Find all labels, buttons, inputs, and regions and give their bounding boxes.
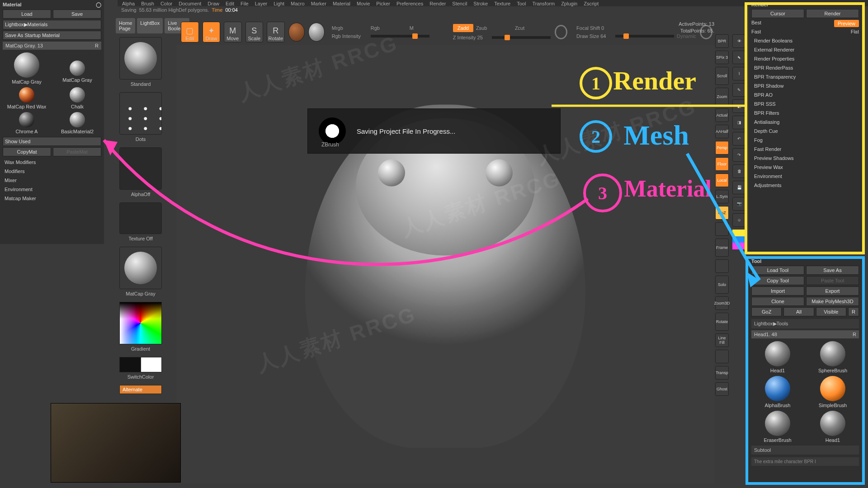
menu-item[interactable]: Transform	[532, 1, 555, 5]
export-button[interactable]: Export	[806, 286, 859, 296]
goz-button-2[interactable]: GoZ	[751, 307, 782, 316]
zoom3d-button[interactable]: Zoom3D	[715, 296, 729, 310]
render-section[interactable]: BPR Transparency	[751, 72, 859, 81]
goz-button[interactable]: GoZ	[715, 206, 729, 220]
visible-button[interactable]: Visible	[816, 307, 846, 316]
copy-tool-button[interactable]: Copy Tool	[751, 276, 804, 285]
aahalf-button[interactable]: AAHalf	[715, 125, 729, 138]
close-icon[interactable]: ◯	[96, 2, 101, 8]
menu-item[interactable]: Edit	[226, 1, 234, 5]
zsub-toggle[interactable]: Zsub	[476, 25, 512, 31]
material-section[interactable]: Wax Modifiers	[3, 158, 101, 167]
render-section[interactable]: Fast Render	[751, 145, 859, 154]
menu-item[interactable]: Render	[429, 1, 446, 5]
trash-icon[interactable]: 🗑	[732, 164, 746, 178]
color-swatches[interactable]	[119, 357, 162, 372]
home-page-tab[interactable]: Home Page	[116, 18, 135, 33]
r-button[interactable]: R	[848, 307, 859, 316]
edit-mode-button[interactable]: ▢Edit	[181, 22, 199, 42]
menu-item[interactable]: Light	[274, 1, 284, 5]
rgb-toggle[interactable]: Rgb	[371, 25, 407, 31]
eye-icon[interactable]: 👁	[732, 34, 746, 48]
move-mode-button[interactable]: MMove	[224, 22, 242, 42]
ghost-button[interactable]: Ghost	[715, 382, 729, 396]
make-polymesh-button[interactable]: Make PolyMesh3D	[806, 297, 859, 306]
draw-size-slider[interactable]	[615, 35, 674, 38]
material-thumbnail[interactable]	[119, 247, 162, 289]
save-as-button[interactable]: Save As	[806, 266, 859, 275]
zoom-button[interactable]: Zoom	[715, 88, 729, 106]
secondary-material-preview[interactable]	[308, 23, 325, 42]
tool-thumb[interactable]: SphereBrush	[807, 341, 859, 373]
all-button[interactable]: All	[783, 307, 814, 316]
menu-item[interactable]: Stencil	[452, 1, 467, 5]
menu-item[interactable]: Marker	[311, 1, 326, 5]
cursor-button[interactable]: Cursor	[751, 9, 804, 18]
menu-item[interactable]: Layer	[255, 1, 268, 5]
menu-item[interactable]: Color	[160, 1, 172, 5]
linefill-button[interactable]: Line Fill	[715, 333, 729, 347]
blank-button[interactable]	[715, 259, 729, 273]
spix-button[interactable]: SPix 3	[715, 51, 729, 64]
load-button[interactable]: Load	[3, 9, 51, 19]
erase2-icon[interactable]: ◨	[732, 116, 746, 129]
menu-item[interactable]: Alpha	[122, 1, 135, 5]
rotate-mode-button[interactable]: RRotate	[267, 22, 285, 42]
subtool-header[interactable]: Subtool	[751, 446, 859, 455]
material-section[interactable]: Environment	[3, 185, 101, 194]
render-section[interactable]: BPR SSS	[751, 99, 859, 108]
save-startup-material-button[interactable]: Save As Startup Material	[3, 31, 101, 40]
copy-material-button[interactable]: CopyMat	[3, 147, 51, 156]
material-swatch[interactable]: BasicMaterial2	[53, 112, 101, 134]
zadd-toggle[interactable]: Zadd	[453, 24, 473, 32]
import-button[interactable]: Import	[751, 286, 804, 296]
m-toggle[interactable]: M	[410, 25, 446, 31]
actual-button[interactable]: Actual	[715, 108, 729, 122]
render-section[interactable]: Preview Shadows	[751, 154, 859, 163]
render-section[interactable]: Environment	[751, 172, 859, 181]
solo-button[interactable]: Solo	[715, 276, 729, 294]
material-section[interactable]: Modifiers	[3, 167, 101, 176]
render-section[interactable]: BPR RenderPass	[751, 63, 859, 72]
texture-thumbnail[interactable]	[119, 202, 162, 234]
render-section[interactable]: Antialiasing	[751, 117, 859, 127]
cursor-icon[interactable]: ⬉	[732, 51, 746, 64]
menu-item[interactable]: Draw	[208, 1, 219, 5]
material-swatch[interactable]: Chalk	[53, 87, 101, 109]
paste-tool-button[interactable]: Paste Tool	[806, 276, 859, 285]
menu-item[interactable]: Zscript	[584, 1, 599, 5]
menu-item[interactable]: Preferences	[396, 1, 423, 5]
material-swatch[interactable]: MatCap Red Wax	[3, 87, 51, 109]
alternate-button[interactable]: Alternate	[119, 385, 162, 394]
material-swatch[interactable]: MatCap Gray	[3, 52, 51, 84]
render-section[interactable]: Adjustments	[751, 181, 859, 190]
rgb-intensity-slider[interactable]	[371, 35, 429, 38]
persp-button[interactable]: Persp	[715, 141, 729, 155]
flat-button[interactable]: Flat	[851, 29, 859, 34]
load-tool-button[interactable]: Load Tool	[751, 266, 804, 275]
redo-icon[interactable]: ↷	[732, 148, 746, 162]
fast-button[interactable]: Fast	[751, 29, 761, 34]
material-swatch[interactable]: MatCap Gray	[53, 52, 101, 84]
scale-mode-button[interactable]: SScale	[245, 22, 264, 42]
menu-item[interactable]: Picker	[376, 1, 390, 5]
tool-thumb[interactable]: Head1	[751, 341, 804, 373]
erase-icon[interactable]: ◧	[732, 99, 746, 113]
render-section[interactable]: BPR Filters	[751, 108, 859, 117]
menu-item[interactable]: Texture	[494, 1, 510, 5]
frame-button[interactable]: Frame	[715, 239, 729, 257]
material-swatch[interactable]: Chrome A	[3, 112, 51, 134]
pen-icon[interactable]: ✎	[732, 83, 746, 97]
lsym-button[interactable]: L.Sym	[715, 190, 729, 203]
tool-thumb[interactable]: Head1	[807, 411, 859, 443]
menu-item[interactable]: Material	[333, 1, 350, 5]
brush-thumbnail[interactable]	[119, 37, 162, 80]
material-section[interactable]: Matcap Maker	[3, 194, 101, 203]
current-material-chip[interactable]: MatCap Gray. 13 R	[3, 42, 101, 50]
local-button[interactable]: Local	[715, 174, 729, 187]
material-section[interactable]: Mixer	[3, 176, 101, 185]
blank-button[interactable]	[715, 222, 729, 236]
blank-button[interactable]	[715, 350, 729, 363]
menu-item[interactable]: Zplugin	[561, 1, 577, 5]
render-section[interactable]: Render Booleans	[751, 36, 859, 45]
